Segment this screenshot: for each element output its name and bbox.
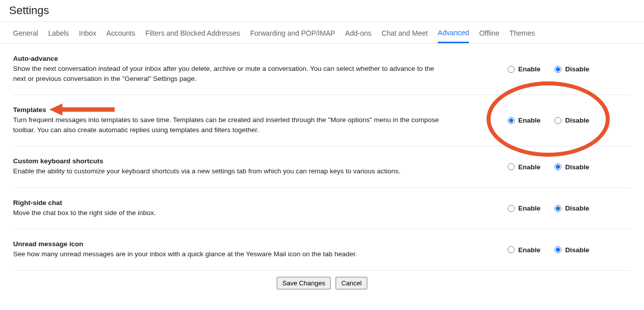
setting-desc: Show the next conversation instead of yo…	[13, 64, 441, 83]
radio-disable-label: Disable	[565, 163, 589, 171]
setting-text: Unread message icon See how many unread …	[13, 240, 456, 259]
setting-custom-keyboard-shortcuts: Custom keyboard shortcuts Enable the abi…	[13, 146, 631, 188]
radio-disable-input[interactable]	[554, 246, 561, 253]
radio-enable-label: Enable	[518, 117, 540, 124]
tab-chat-meet[interactable]: Chat and Meet	[381, 22, 428, 43]
radio-enable[interactable]: Enable	[508, 117, 540, 124]
tab-offline[interactable]: Offline	[479, 22, 499, 43]
radio-disable[interactable]: Disable	[554, 163, 589, 171]
setting-desc: Turn frequent messages into templates to…	[13, 115, 441, 135]
radio-disable-label: Disable	[565, 65, 589, 73]
setting-text: Templates Turn frequent messages into te…	[13, 106, 456, 135]
radio-disable-input[interactable]	[554, 163, 561, 170]
save-changes-button[interactable]: Save Changes	[277, 277, 331, 289]
radio-enable-input[interactable]	[508, 66, 515, 73]
radio-enable-label: Enable	[518, 65, 540, 73]
settings-page: Settings General Labels Inbox Accounts F…	[0, 0, 644, 299]
button-row: Save Changes Cancel	[13, 271, 631, 299]
radio-disable-label: Disable	[565, 246, 589, 254]
radio-disable[interactable]: Disable	[554, 204, 589, 212]
setting-text: Auto-advance Show the next conversation …	[13, 55, 456, 83]
radio-disable-label: Disable	[565, 204, 589, 212]
setting-templates: Templates Turn frequent messages into te…	[13, 95, 631, 146]
tab-inbox[interactable]: Inbox	[79, 22, 96, 43]
radio-group: Enable Disable	[508, 65, 631, 73]
radio-enable-input[interactable]	[508, 117, 515, 124]
radio-disable[interactable]: Disable	[554, 246, 589, 254]
tab-forwarding[interactable]: Forwarding and POP/IMAP	[250, 22, 335, 43]
setting-title: Auto-advance	[13, 55, 441, 62]
tab-labels[interactable]: Labels	[48, 22, 69, 43]
radio-disable[interactable]: Disable	[554, 65, 589, 73]
radio-enable[interactable]: Enable	[508, 65, 540, 73]
settings-body: Auto-advance Show the next conversation …	[0, 44, 644, 299]
setting-title: Custom keyboard shortcuts	[13, 157, 441, 165]
tab-accounts[interactable]: Accounts	[106, 22, 135, 43]
setting-title: Unread message icon	[13, 240, 441, 248]
radio-disable-input[interactable]	[554, 66, 561, 73]
radio-enable-input[interactable]	[508, 205, 515, 212]
tab-general[interactable]: General	[13, 22, 38, 43]
tab-advanced[interactable]: Advanced	[438, 22, 469, 43]
setting-desc: See how many unread messages are in your…	[13, 249, 441, 259]
setting-text: Custom keyboard shortcuts Enable the abi…	[13, 157, 456, 176]
radio-group: Enable Disable	[508, 163, 631, 171]
setting-desc: Move the chat box to the right side of t…	[13, 208, 441, 218]
setting-desc: Enable the ability to customize your key…	[13, 166, 441, 176]
setting-text: Right-side chat Move the chat box to the…	[13, 199, 456, 218]
tab-addons[interactable]: Add-ons	[345, 22, 371, 43]
setting-unread-message-icon: Unread message icon See how many unread …	[13, 229, 631, 271]
radio-enable-label: Enable	[518, 246, 540, 254]
setting-right-side-chat: Right-side chat Move the chat box to the…	[13, 188, 631, 230]
tab-filters[interactable]: Filters and Blocked Addresses	[145, 22, 240, 43]
cancel-button[interactable]: Cancel	[336, 277, 367, 289]
radio-disable[interactable]: Disable	[554, 117, 589, 124]
radio-disable-input[interactable]	[554, 205, 561, 212]
tab-themes[interactable]: Themes	[510, 22, 535, 43]
radio-enable[interactable]: Enable	[508, 163, 540, 171]
radio-disable-label: Disable	[565, 117, 589, 124]
radio-enable-label: Enable	[518, 163, 540, 171]
setting-auto-advance: Auto-advance Show the next conversation …	[13, 44, 631, 95]
radio-group: Enable Disable	[508, 246, 631, 254]
radio-enable[interactable]: Enable	[508, 246, 540, 254]
radio-enable[interactable]: Enable	[508, 204, 540, 212]
setting-title: Templates	[13, 106, 441, 114]
setting-title: Right-side chat	[13, 199, 441, 206]
radio-enable-label: Enable	[518, 204, 540, 212]
radio-disable-input[interactable]	[554, 117, 561, 124]
radio-enable-input[interactable]	[508, 163, 515, 170]
radio-group: Enable Disable	[508, 117, 631, 124]
settings-tabs: General Labels Inbox Accounts Filters an…	[0, 22, 644, 44]
settings-header: Settings	[0, 0, 644, 22]
radio-enable-input[interactable]	[508, 246, 515, 253]
page-title: Settings	[9, 4, 640, 17]
radio-group: Enable Disable	[508, 204, 631, 212]
